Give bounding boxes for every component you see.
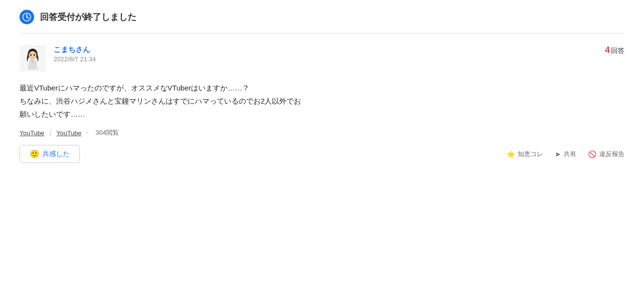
answer-count-block: 4 回答 [605, 45, 625, 55]
svg-point-7 [34, 54, 35, 56]
user-meta-block: こまちさん 2022/8/7 21:34 [54, 45, 96, 63]
kyokan-label: 共感した [42, 150, 70, 159]
actions-row: 🙂 共感した ⭐ 知恵コレ ➤ 共有 🚫 違反報告 [19, 145, 625, 163]
avatar [19, 45, 46, 71]
svg-line-2 [27, 17, 29, 18]
tag-separator: ｜ [47, 128, 54, 137]
smile-icon: 🙂 [30, 149, 39, 159]
report-label: 違反報告 [599, 150, 625, 159]
question-line-2: ちなみに、渋谷ハジメさんと宝鐘マリンさんはすでにハマっているのでお2人以外でお [19, 94, 625, 107]
question-line-3: 願いしたいです…… [19, 107, 625, 121]
timestamp: 2022/8/7 21:34 [54, 55, 96, 63]
question-line-1: 最近VTuberにハマったのですが、オススメなVTuberはいますか……？ [19, 81, 625, 94]
answer-count-label: 回答 [611, 47, 625, 55]
status-text: 回答受付が終了しました [40, 11, 136, 23]
page-container: 回答受付が終了しました [0, 0, 644, 173]
tag-link-2[interactable]: YouTube [57, 129, 81, 137]
ban-icon: 🚫 [588, 150, 596, 158]
username[interactable]: こまちさん [54, 45, 96, 54]
share-icon: ➤ [555, 150, 561, 158]
star-icon: ⭐ [507, 150, 515, 158]
tags-row: YouTube ｜ YouTube ・ 304閲覧 [19, 128, 625, 137]
dot-separator: ・ [84, 128, 91, 137]
question-section: こまちさん 2022/8/7 21:34 4 回答 [19, 45, 625, 71]
chie-kore-label: 知恵コレ [518, 150, 543, 159]
user-info: こまちさん 2022/8/7 21:34 4 回答 [54, 45, 625, 71]
kyokan-button[interactable]: 🙂 共感した [19, 145, 80, 163]
report-action[interactable]: 🚫 違反報告 [588, 150, 625, 159]
question-body: 最近VTuberにハマったのですが、オススメなVTuberはいますか……？ ちな… [19, 81, 625, 121]
tag-link-1[interactable]: YouTube [19, 129, 44, 137]
answer-count: 4 [605, 45, 610, 55]
chie-kore-action[interactable]: ⭐ 知恵コレ [507, 150, 543, 159]
views-text: 304閲覧 [95, 128, 119, 137]
clock-icon [19, 10, 34, 24]
svg-point-6 [30, 54, 32, 56]
status-bar: 回答受付が終了しました [19, 10, 625, 34]
right-actions: ⭐ 知恵コレ ➤ 共有 🚫 違反報告 [507, 150, 625, 159]
question-header-row: こまちさん 2022/8/7 21:34 4 回答 [54, 45, 625, 63]
share-action[interactable]: ➤ 共有 [555, 150, 576, 159]
svg-point-5 [29, 51, 37, 60]
share-label: 共有 [564, 150, 576, 159]
